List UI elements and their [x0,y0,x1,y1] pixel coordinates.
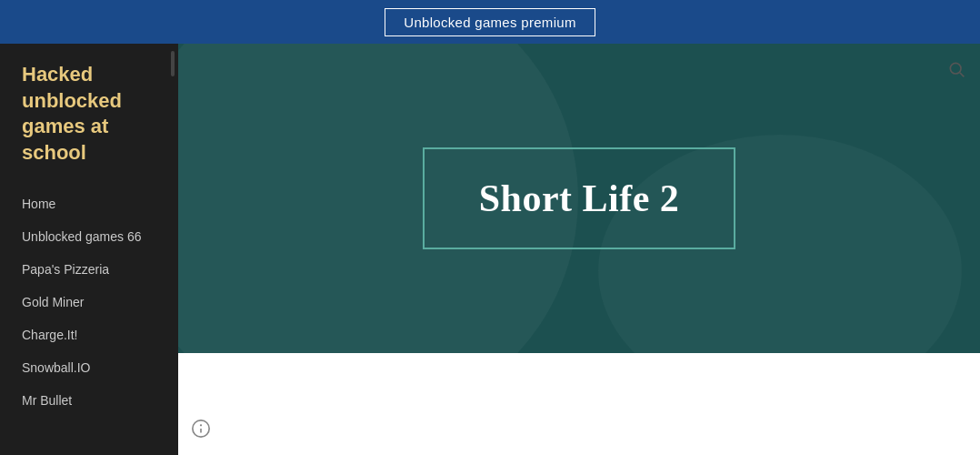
sidebar-navigation: HomeUnblocked games 66Papa's PizzeriaGol… [0,187,178,417]
content-area: Short Life 2 [178,44,980,455]
sidebar-item-snowball-io[interactable]: Snowball.IO [0,351,178,384]
svg-line-1 [960,73,965,77]
info-icon[interactable] [191,419,211,442]
main-layout: Hacked unblocked games at school HomeUnb… [0,44,980,455]
sidebar-item-charge-it[interactable]: Charge.It! [0,318,178,351]
sidebar-item-mr-bullet[interactable]: Mr Bullet [0,384,178,417]
search-icon[interactable] [947,60,965,82]
sidebar-item-papas-pizzeria[interactable]: Papa's Pizzeria [0,253,178,286]
sidebar-item-unblocked-games-66[interactable]: Unblocked games 66 [0,220,178,253]
sidebar-item-home[interactable]: Home [0,187,178,220]
drag-handle [171,51,175,76]
sidebar: Hacked unblocked games at school HomeUnb… [0,44,178,455]
sidebar-item-gold-miner[interactable]: Gold Miner [0,286,178,318]
hero-title-box: Short Life 2 [423,147,736,249]
svg-point-0 [950,63,961,74]
top-header: Unblocked games premium [0,0,980,44]
content-body [178,353,980,455]
hero-banner: Short Life 2 [178,44,980,353]
site-title-button[interactable]: Unblocked games premium [385,8,595,36]
hero-title: Short Life 2 [479,177,680,220]
sidebar-logo: Hacked unblocked games at school [0,62,178,187]
